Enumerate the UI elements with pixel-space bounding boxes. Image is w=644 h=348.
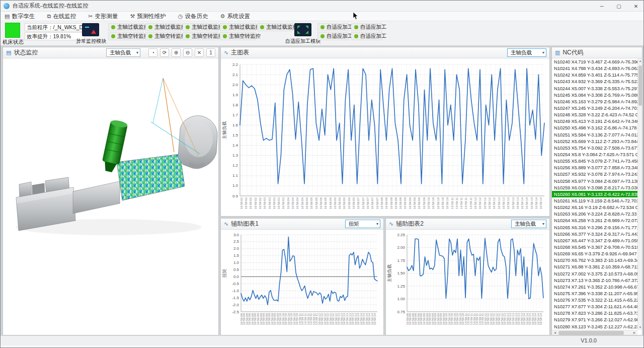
main-chart-plot: 16:59:0216:59:0216:59:0216:59:0216:59:02… bbox=[221, 58, 549, 216]
nc-line[interactable]: N10247 X5.245 Y-3.249 Z-6.204 A-74.701 bbox=[552, 105, 637, 111]
badge-label: 自适应加工 bbox=[360, 24, 387, 31]
window-footer bbox=[1, 345, 644, 348]
nc-line[interactable]: N10248 X5.328 Y-3.22 Z-6.423 A-74.52 C bbox=[552, 111, 637, 118]
nc-line[interactable]: N10277 X7.677 Y-3.304 Z-11.621 A-64.48 bbox=[552, 303, 637, 310]
nc-line[interactable]: N10272 X7.002 Y-3.375 Z-10.573 A-68.05 bbox=[552, 270, 637, 277]
nc-line[interactable]: N10257 X5.932 Y-3.078 Z-7.974 A-73.243 bbox=[552, 171, 637, 177]
nc-line[interactable]: N10278 X7.823 Y-3.286 Z-11.825 A-63.73 bbox=[552, 310, 637, 316]
svg-text:16:59:05: 16:59:05 bbox=[324, 197, 327, 209]
abnormal-monitor-icon[interactable] bbox=[82, 23, 99, 36]
nc-line[interactable]: N10273 X7.13 Y-3.365 Z-10.786 A-67.372 bbox=[552, 277, 637, 284]
nc-line[interactable]: N10245 X5.084 Y-3.308 Z-5.769 A-75.088 bbox=[552, 92, 637, 98]
maximize-button[interactable]: ▢ bbox=[610, 1, 627, 12]
svg-text:16:59:06: 16:59:06 bbox=[334, 197, 337, 209]
badge-label: 主轴空转监控 bbox=[229, 33, 261, 40]
scroll-down-icon[interactable]: ▼ bbox=[638, 325, 642, 330]
close-button[interactable]: ✕ bbox=[627, 1, 644, 12]
svg-text:16:59:02: 16:59:02 bbox=[245, 197, 248, 209]
nc-line[interactable]: N10276 X7.535 Y-3.322 Z-11.415 A-65.22 bbox=[552, 297, 637, 303]
fit-view-button[interactable]: ✕ bbox=[195, 48, 204, 57]
nc-panel-icon: ▥ bbox=[555, 49, 560, 56]
viewport-3d[interactable] bbox=[3, 58, 218, 335]
svg-text:16:59:04: 16:59:04 bbox=[287, 197, 290, 209]
nc-line[interactable]: N10244 X5.007 Y-3.338 Z-5.553 A-75.297 bbox=[552, 85, 637, 92]
nc-line[interactable]: N10252 X5.669 Y-3.112 Z-7.293 A-73.844 bbox=[552, 138, 637, 145]
menu-item-6[interactable]: ⚙系统设置 bbox=[220, 13, 250, 20]
aux2-signal-dropdown[interactable]: 主轴负载▾ bbox=[511, 220, 546, 228]
nc-line[interactable]: N10251 X5.584 Y-3.136 Z-7.077 A-74.012 bbox=[552, 131, 637, 138]
nc-hscroll-thumb[interactable] bbox=[558, 331, 624, 335]
svg-text:1.75: 1.75 bbox=[397, 258, 405, 263]
nc-vscroll-thumb[interactable] bbox=[638, 65, 642, 106]
nc-line[interactable]: N10264 X6.258 Y-3.261 Z-8.989 A-72.072 bbox=[552, 217, 637, 224]
badge-spindle-idle-3: 主轴空转监控 bbox=[183, 32, 218, 40]
svg-text:16:59:03: 16:59:03 bbox=[282, 197, 285, 209]
nc-line[interactable]: N10259 X6.016 Y-3.098 Z-8.217 A-73.036 bbox=[552, 184, 637, 191]
nc-line[interactable]: N10269 X6.65 Y-3.379 Z-9.926 A-69.947 C bbox=[552, 250, 637, 257]
rotate-tool-button[interactable]: ⟳ bbox=[160, 48, 169, 57]
nc-line[interactable]: N10253 X5.754 Y-3.092 Z-7.508 A-73.677 bbox=[552, 145, 637, 151]
svg-text:2.00: 2.00 bbox=[397, 245, 405, 250]
nc-line[interactable]: N10275 X7.396 Y-3.338 Z-11.207 A-65.95 bbox=[552, 290, 637, 297]
nc-line[interactable]: N10271 X6.88 Y-3.381 Z-10.359 A-68.711 bbox=[552, 263, 637, 270]
view-count-button[interactable]: 1 bbox=[206, 48, 215, 57]
nc-line[interactable]: N10255 X5.845 Y-3.079 Z-7.741 A-73.458 bbox=[552, 158, 637, 164]
chevron-down-icon: ▾ bbox=[136, 50, 138, 55]
bottom-status-bar: V1.0.0 bbox=[1, 335, 644, 345]
nc-line[interactable]: N10242 X4.859 Y-3.401 Z-5.114 A-75.775 bbox=[552, 72, 637, 78]
svg-text:16:59:14: 16:59:14 bbox=[530, 197, 533, 209]
svg-text:16:59:06: 16:59:06 bbox=[343, 197, 346, 209]
chart-icon: ∿ bbox=[224, 49, 228, 56]
nc-line[interactable]: N10268 X6.545 Y-3.367 Z-9.708 A-70.519 bbox=[552, 244, 637, 250]
aux1-signal-dropdown[interactable]: 扭矩▾ bbox=[345, 220, 380, 228]
scroll-up-icon[interactable]: ▲ bbox=[638, 58, 642, 63]
nc-line-current[interactable]: N10260 X6.081 Y-3.133 Z-8.422 A-72.835 bbox=[552, 191, 637, 197]
menu-item-4[interactable]: ⚒预测性维护 bbox=[130, 13, 166, 20]
badge-spindle-overload-4: 主轴过载监控 bbox=[220, 23, 256, 31]
status-signal-dropdown[interactable]: 主轴负载▾ bbox=[106, 48, 140, 57]
scroll-left-icon[interactable]: ◄ bbox=[552, 330, 558, 335]
nc-line[interactable]: N10279 X7.971 Y-3.266 Z-12.027 A-62.98 bbox=[552, 316, 637, 323]
svg-text:1.8: 1.8 bbox=[232, 103, 238, 107]
nc-line[interactable]: N10249 X5.413 Y-3.191 Z-6.642 A-74.346 bbox=[552, 118, 637, 124]
minimize-button[interactable]: ─ bbox=[593, 1, 610, 12]
nc-line[interactable]: N10263 X6.206 Y-3.224 Z-8.828 A-72.33 C bbox=[552, 211, 637, 217]
badge-adaptive-4: 自适应加工 bbox=[351, 32, 382, 40]
nc-line[interactable]: N10250 X5.498 Y-3.162 Z-6.86 A-74.178 C bbox=[552, 124, 637, 131]
nc-line[interactable]: N10262 X6.16 Y-3.19 Z-8.682 A-72.534 C bbox=[552, 204, 637, 211]
zoom-in-button[interactable]: ⊕ bbox=[172, 48, 181, 57]
svg-text:16:59:09: 16:59:09 bbox=[404, 197, 407, 209]
aux2-chart-plot: 16:59:0816:59:0816:59:0816:59:0816:59:08… bbox=[386, 230, 549, 335]
menu-item-3[interactable]: ✂变形测量 bbox=[88, 13, 118, 20]
nc-line[interactable]: N10267 X6.447 Y-3.347 Z-9.489 A-71.055 bbox=[552, 237, 637, 244]
nc-line[interactable]: N10274 X7.261 Y-3.352 Z-10.998 A-66.67 bbox=[552, 284, 637, 290]
nc-line[interactable]: N10270 X6.762 Y-3.383 Z-10.143 A-69.34 bbox=[552, 257, 637, 263]
nc-line[interactable]: N10243 X4.932 Y-3.369 Z-5.335 A-75.523 bbox=[552, 78, 637, 85]
zoom-out-button[interactable]: ⊖ bbox=[183, 48, 192, 57]
nc-line[interactable]: N10256 X5.889 Y-3.077 Z-7.858 A-73.348 bbox=[552, 164, 637, 171]
nc-line[interactable]: N10254 X5.8 Y-3.084 Z-7.625 A-73.571 C bbox=[552, 151, 637, 158]
menu-item-2[interactable]: ⧉在线监控 bbox=[47, 13, 76, 20]
svg-text:16:59:09: 16:59:09 bbox=[413, 197, 416, 209]
nc-horizontal-scrollbar[interactable]: ◄ ► bbox=[552, 330, 637, 335]
svg-text:16:59:07: 16:59:07 bbox=[366, 197, 369, 209]
nc-line[interactable]: N10246 X5.163 Y-3.279 Z-5.984 A-74.892 bbox=[552, 98, 637, 105]
nc-line[interactable]: N10266 X6.377 Y-3.324 Z-9.317 A-71.443 bbox=[552, 231, 637, 237]
nc-line[interactable]: N10280 X8.123 Y-3.245 Z-12.227 A-62.23 bbox=[552, 323, 637, 330]
svg-text:16:59:12: 16:59:12 bbox=[474, 197, 477, 209]
nc-line[interactable]: N10240 X4.719 Y-3.467 Z-4.669 A-76.396 bbox=[552, 58, 637, 65]
panel-aux-chart-1: ∿ 辅助图表1 扭矩▾ 16:59:0816:59:0816:59:0816:5… bbox=[220, 218, 384, 335]
nc-line[interactable]: N10265 X6.316 Y-3.296 Z-9.156 A-71.771 bbox=[552, 224, 637, 231]
nc-vertical-scrollbar[interactable]: ▲ ▼ bbox=[637, 58, 642, 330]
badge-label: 自适应加工 bbox=[360, 33, 387, 40]
svg-text:16:59:13: 16:59:13 bbox=[512, 197, 515, 209]
menu-item-1[interactable]: ▤数字孪生 bbox=[5, 13, 35, 20]
nc-line[interactable]: N10241 X4.788 Y-3.434 Z-4.893 A-76.062 bbox=[552, 65, 637, 72]
nc-line[interactable]: N10258 X5.977 Y-3.084 Z-8.097 A-73.138 bbox=[552, 178, 637, 184]
menu-item-label: 变形测量 bbox=[95, 13, 118, 20]
nc-line[interactable]: N10261 X6.119 Y-3.159 Z-8.546 A-72.701 bbox=[552, 197, 637, 204]
main-chart-signal-dropdown[interactable]: 主轴负载▾ bbox=[507, 48, 546, 57]
scroll-right-icon[interactable]: ► bbox=[631, 330, 637, 335]
menu-item-5[interactable]: ◷设备历史 bbox=[178, 13, 208, 20]
orbit-tool-button[interactable]: ◔ bbox=[148, 48, 157, 57]
